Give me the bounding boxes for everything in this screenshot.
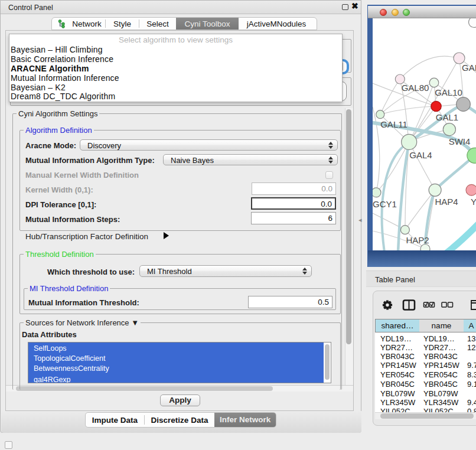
- svg-text:GAL1: GAL1: [436, 112, 458, 122]
- svg-text:GAL11: GAL11: [380, 119, 407, 129]
- svg-text:GAL80: GAL80: [402, 83, 429, 93]
- svg-text:GAL10: GAL10: [435, 87, 462, 97]
- svg-text:HAP4: HAP4: [435, 197, 458, 207]
- svg-text:GAL4: GAL4: [409, 150, 432, 160]
- svg-text:SWI4: SWI4: [449, 136, 471, 146]
- svg-text:YJL: YJL: [471, 197, 476, 207]
- svg-text:GAL7: GAL7: [462, 63, 476, 73]
- svg-text:GCY1: GCY1: [373, 199, 397, 209]
- svg-text:HAP2: HAP2: [406, 235, 429, 245]
